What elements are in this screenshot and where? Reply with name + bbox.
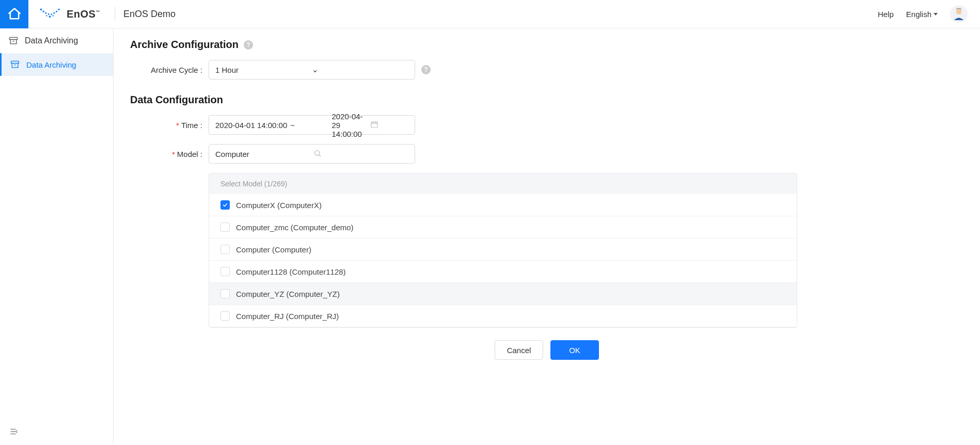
svg-point-2 [45,12,46,13]
archive-cycle-select[interactable]: 1 Hour ⌄ [209,60,415,80]
archive-cycle-label: Archive Cycle : [130,66,202,74]
data-config-title: Data Configuration [130,94,963,106]
archive-icon [8,36,19,46]
model-search-input-box[interactable] [209,144,415,164]
svg-point-1 [43,10,44,12]
checkbox[interactable] [220,267,230,276]
svg-point-5 [53,12,55,13]
ok-button[interactable]: OK [550,340,599,360]
caret-down-icon [934,13,938,15]
model-row[interactable]: Computer1128 (Computer1128) [209,261,797,283]
model-row[interactable]: Computer (Computer) [209,239,797,261]
svg-point-0 [40,8,42,10]
model-label: ComputerX (ComputerX) [236,201,322,210]
page-title: EnOS Demo [119,9,176,20]
sidebar-collapse-button[interactable] [0,420,113,445]
svg-point-7 [58,8,59,10]
svg-rect-14 [371,122,377,128]
model-row[interactable]: ComputerX (ComputerX) [209,194,797,216]
search-icon [313,149,408,159]
form-footer: Cancel OK [130,340,963,360]
help-icon[interactable]: ? [421,65,431,74]
model-label: Computer1128 (Computer1128) [236,267,346,276]
checkbox[interactable] [220,311,230,321]
header-divider [115,7,115,21]
svg-point-9 [46,15,47,16]
model-label: Computer_zmc (Computer_demo) [236,223,354,232]
checkbox[interactable] [220,289,230,298]
svg-point-10 [52,15,53,16]
collapse-icon [9,427,19,436]
home-icon [7,7,22,21]
model-row[interactable]: Computer_YZ (Computer_YZ) [209,283,797,305]
language-selector[interactable]: English [906,10,938,19]
calendar-icon [370,120,408,130]
archive-cycle-value: 1 Hour [215,66,312,74]
app-header: EnOS™ EnOS Demo Help English [0,0,980,28]
model-row[interactable]: Computer_RJ (Computer_RJ) [209,305,797,327]
svg-point-4 [51,13,52,15]
archive-icon [10,59,20,70]
brand: EnOS™ [28,6,110,23]
help-link[interactable]: Help [878,10,894,19]
time-label: *Time : [130,121,202,130]
svg-point-8 [49,15,51,18]
svg-point-3 [48,13,50,15]
model-label: *Model : [130,150,202,158]
sidebar-item-label: Data Archiving [26,60,76,69]
checkbox[interactable] [220,245,230,254]
checkbox[interactable] [220,200,230,210]
brand-swoosh-icon [39,6,62,23]
chevron-down-icon: ⌄ [312,65,408,74]
sidebar: Data Archiving Data Archiving [0,28,114,445]
svg-point-6 [56,10,57,12]
model-list[interactable]: ComputerX (ComputerX)Computer_zmc (Compu… [209,194,797,327]
svg-point-11 [956,9,962,14]
svg-rect-13 [11,61,19,63]
time-range-input[interactable]: 2020-04-01 14:00:00 ~ 2020-04-29 14:00:0… [209,115,415,135]
language-label: English [906,10,931,19]
sidebar-section-label: Data Archiving [25,36,78,45]
checkbox[interactable] [220,223,230,232]
brand-text: EnOS™ [67,8,100,20]
sidebar-section-archiving: Data Archiving [0,28,113,53]
help-icon[interactable]: ? [244,40,253,50]
app-logo-box[interactable] [0,0,28,28]
archive-config-title: Archive Configuration ? [130,39,963,51]
sidebar-item-archiving[interactable]: Data Archiving [0,53,113,76]
cancel-button[interactable]: Cancel [495,340,543,360]
time-start: 2020-04-01 14:00:00 [215,121,287,130]
model-label: Computer_YZ (Computer_YZ) [236,290,340,298]
main-content: Archive Configuration ? Archive Cycle : … [114,28,980,445]
model-select-panel: Select Model (1/269) ComputerX (Computer… [209,173,797,328]
avatar[interactable] [950,5,968,23]
model-label: Computer_RJ (Computer_RJ) [236,312,339,321]
svg-rect-12 [10,37,18,39]
svg-point-15 [315,150,320,155]
model-row[interactable]: Computer_zmc (Computer_demo) [209,216,797,239]
time-end: 2020-04-29 14:00:00 [332,112,370,138]
model-label: Computer (Computer) [236,245,311,254]
model-panel-header: Select Model (1/269) [209,173,797,194]
model-search-input[interactable] [215,150,313,158]
